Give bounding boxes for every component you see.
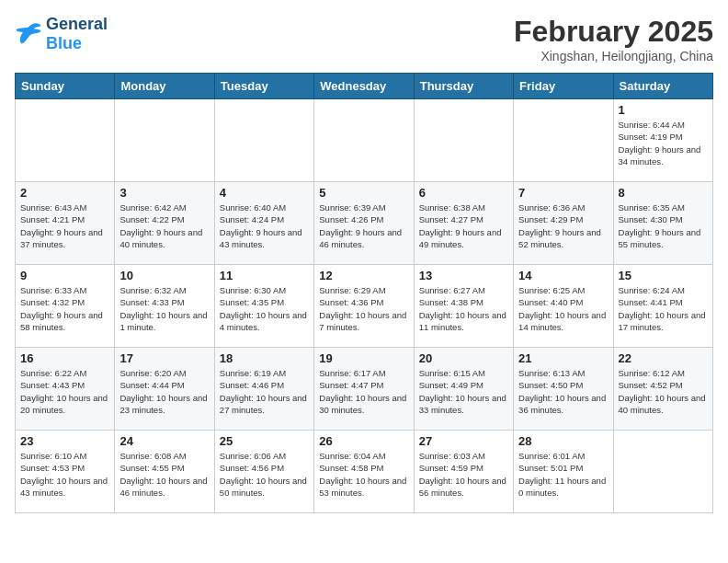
day-info: Sunrise: 6:44 AM Sunset: 4:19 PM Dayligh… bbox=[619, 119, 708, 167]
calendar-cell: 27Sunrise: 6:03 AM Sunset: 4:59 PM Dayli… bbox=[414, 431, 513, 513]
day-info: Sunrise: 6:42 AM Sunset: 4:22 PM Dayligh… bbox=[119, 201, 209, 250]
day-number: 20 bbox=[419, 351, 508, 365]
calendar-cell: 22Sunrise: 6:12 AM Sunset: 4:52 PM Dayli… bbox=[613, 348, 712, 431]
day-number: 27 bbox=[419, 434, 508, 448]
day-number: 26 bbox=[319, 434, 408, 448]
calendar-cell: 16Sunrise: 6:22 AM Sunset: 4:43 PM Dayli… bbox=[16, 348, 115, 431]
calendar-cell: 11Sunrise: 6:30 AM Sunset: 4:35 PM Dayli… bbox=[214, 265, 313, 348]
calendar-cell bbox=[16, 99, 115, 182]
day-number: 6 bbox=[419, 186, 508, 200]
day-info: Sunrise: 6:36 AM Sunset: 4:29 PM Dayligh… bbox=[518, 201, 608, 250]
calendar-cell: 28Sunrise: 6:01 AM Sunset: 5:01 PM Dayli… bbox=[514, 431, 613, 513]
day-info: Sunrise: 6:29 AM Sunset: 4:36 PM Dayligh… bbox=[319, 284, 408, 333]
calendar-week-row: 23Sunrise: 6:10 AM Sunset: 4:53 PM Dayli… bbox=[16, 431, 713, 513]
calendar-cell: 2Sunrise: 6:43 AM Sunset: 4:21 PM Daylig… bbox=[16, 182, 115, 265]
day-info: Sunrise: 6:43 AM Sunset: 4:21 PM Dayligh… bbox=[20, 201, 109, 250]
calendar-cell: 4Sunrise: 6:40 AM Sunset: 4:24 PM Daylig… bbox=[214, 182, 313, 265]
calendar-cell: 23Sunrise: 6:10 AM Sunset: 4:53 PM Dayli… bbox=[16, 431, 115, 513]
calendar-cell bbox=[214, 99, 313, 182]
day-number: 23 bbox=[20, 434, 109, 448]
day-info: Sunrise: 6:22 AM Sunset: 4:43 PM Dayligh… bbox=[20, 367, 109, 416]
day-number: 18 bbox=[220, 351, 309, 365]
calendar-week-row: 1Sunrise: 6:44 AM Sunset: 4:19 PM Daylig… bbox=[16, 99, 713, 182]
calendar-cell: 19Sunrise: 6:17 AM Sunset: 4:47 PM Dayli… bbox=[314, 348, 414, 431]
day-info: Sunrise: 6:03 AM Sunset: 4:59 PM Dayligh… bbox=[419, 450, 508, 499]
day-info: Sunrise: 6:33 AM Sunset: 4:32 PM Dayligh… bbox=[20, 284, 109, 333]
day-number: 24 bbox=[119, 434, 209, 448]
calendar-cell bbox=[314, 99, 414, 182]
weekday-header-thursday: Thursday bbox=[414, 74, 513, 99]
day-number: 3 bbox=[119, 186, 209, 200]
calendar-week-row: 2Sunrise: 6:43 AM Sunset: 4:21 PM Daylig… bbox=[16, 182, 713, 265]
calendar-cell: 15Sunrise: 6:24 AM Sunset: 4:41 PM Dayli… bbox=[613, 265, 712, 348]
logo-text: General Blue bbox=[46, 15, 108, 53]
day-info: Sunrise: 6:30 AM Sunset: 4:35 PM Dayligh… bbox=[220, 284, 309, 333]
day-info: Sunrise: 6:08 AM Sunset: 4:55 PM Dayligh… bbox=[119, 450, 209, 499]
day-number: 2 bbox=[20, 186, 109, 200]
calendar-cell: 12Sunrise: 6:29 AM Sunset: 4:36 PM Dayli… bbox=[314, 265, 414, 348]
calendar-week-row: 9Sunrise: 6:33 AM Sunset: 4:32 PM Daylig… bbox=[16, 265, 713, 348]
day-info: Sunrise: 6:20 AM Sunset: 4:44 PM Dayligh… bbox=[119, 367, 209, 416]
day-info: Sunrise: 6:38 AM Sunset: 4:27 PM Dayligh… bbox=[419, 201, 508, 250]
location-title: Xingshan, Heilongjiang, China bbox=[514, 49, 713, 63]
weekday-header-wednesday: Wednesday bbox=[314, 74, 414, 99]
day-number: 10 bbox=[119, 269, 209, 282]
logo-bird-icon bbox=[15, 21, 42, 47]
calendar-cell: 9Sunrise: 6:33 AM Sunset: 4:32 PM Daylig… bbox=[16, 265, 115, 348]
calendar-cell: 26Sunrise: 6:04 AM Sunset: 4:58 PM Dayli… bbox=[314, 431, 414, 513]
day-number: 14 bbox=[518, 269, 608, 282]
day-info: Sunrise: 6:17 AM Sunset: 4:47 PM Dayligh… bbox=[319, 367, 408, 416]
calendar-cell: 14Sunrise: 6:25 AM Sunset: 4:40 PM Dayli… bbox=[514, 265, 613, 348]
day-info: Sunrise: 6:39 AM Sunset: 4:26 PM Dayligh… bbox=[319, 201, 408, 250]
calendar-cell: 5Sunrise: 6:39 AM Sunset: 4:26 PM Daylig… bbox=[314, 182, 414, 265]
calendar-cell: 8Sunrise: 6:35 AM Sunset: 4:30 PM Daylig… bbox=[613, 182, 712, 265]
title-block: February 2025 Xingshan, Heilongjiang, Ch… bbox=[514, 15, 713, 63]
calendar-cell: 13Sunrise: 6:27 AM Sunset: 4:38 PM Dayli… bbox=[414, 265, 513, 348]
day-info: Sunrise: 6:06 AM Sunset: 4:56 PM Dayligh… bbox=[220, 450, 309, 499]
day-info: Sunrise: 6:04 AM Sunset: 4:58 PM Dayligh… bbox=[319, 450, 408, 499]
day-number: 13 bbox=[419, 269, 508, 282]
weekday-header-monday: Monday bbox=[115, 74, 214, 99]
day-number: 21 bbox=[518, 351, 608, 365]
calendar-table: SundayMondayTuesdayWednesdayThursdayFrid… bbox=[15, 73, 713, 513]
calendar-cell: 21Sunrise: 6:13 AM Sunset: 4:50 PM Dayli… bbox=[514, 348, 613, 431]
calendar-cell: 7Sunrise: 6:36 AM Sunset: 4:29 PM Daylig… bbox=[514, 182, 613, 265]
day-number: 7 bbox=[518, 186, 608, 200]
month-title: February 2025 bbox=[514, 15, 713, 49]
calendar-cell bbox=[613, 431, 712, 513]
weekday-header-sunday: Sunday bbox=[16, 74, 115, 99]
weekday-header-tuesday: Tuesday bbox=[214, 74, 313, 99]
day-number: 5 bbox=[319, 186, 408, 200]
calendar-week-row: 16Sunrise: 6:22 AM Sunset: 4:43 PM Dayli… bbox=[16, 348, 713, 431]
day-info: Sunrise: 6:01 AM Sunset: 5:01 PM Dayligh… bbox=[518, 450, 608, 499]
calendar-cell bbox=[414, 99, 513, 182]
calendar-header-row: SundayMondayTuesdayWednesdayThursdayFrid… bbox=[16, 74, 713, 99]
day-info: Sunrise: 6:13 AM Sunset: 4:50 PM Dayligh… bbox=[518, 367, 608, 416]
weekday-header-friday: Friday bbox=[514, 74, 613, 99]
day-number: 22 bbox=[619, 351, 708, 365]
day-number: 19 bbox=[319, 351, 408, 365]
day-number: 28 bbox=[518, 434, 608, 448]
calendar-cell: 24Sunrise: 6:08 AM Sunset: 4:55 PM Dayli… bbox=[115, 431, 214, 513]
calendar-cell: 10Sunrise: 6:32 AM Sunset: 4:33 PM Dayli… bbox=[115, 265, 214, 348]
day-info: Sunrise: 6:19 AM Sunset: 4:46 PM Dayligh… bbox=[220, 367, 309, 416]
day-info: Sunrise: 6:35 AM Sunset: 4:30 PM Dayligh… bbox=[619, 201, 708, 250]
day-number: 17 bbox=[119, 351, 209, 365]
day-info: Sunrise: 6:25 AM Sunset: 4:40 PM Dayligh… bbox=[518, 284, 608, 333]
day-number: 4 bbox=[220, 186, 309, 200]
day-number: 12 bbox=[319, 269, 408, 282]
day-number: 25 bbox=[220, 434, 309, 448]
day-number: 16 bbox=[20, 351, 109, 365]
day-info: Sunrise: 6:15 AM Sunset: 4:49 PM Dayligh… bbox=[419, 367, 508, 416]
weekday-header-saturday: Saturday bbox=[613, 74, 712, 99]
calendar-cell: 6Sunrise: 6:38 AM Sunset: 4:27 PM Daylig… bbox=[414, 182, 513, 265]
day-number: 8 bbox=[619, 186, 708, 200]
day-number: 1 bbox=[619, 103, 708, 117]
calendar-cell: 18Sunrise: 6:19 AM Sunset: 4:46 PM Dayli… bbox=[214, 348, 313, 431]
calendar-cell bbox=[514, 99, 613, 182]
page-header: General Blue February 2025 Xingshan, Hei… bbox=[15, 15, 713, 63]
calendar-cell: 17Sunrise: 6:20 AM Sunset: 4:44 PM Dayli… bbox=[115, 348, 214, 431]
day-info: Sunrise: 6:10 AM Sunset: 4:53 PM Dayligh… bbox=[20, 450, 109, 499]
calendar-cell: 3Sunrise: 6:42 AM Sunset: 4:22 PM Daylig… bbox=[115, 182, 214, 265]
day-info: Sunrise: 6:32 AM Sunset: 4:33 PM Dayligh… bbox=[119, 284, 209, 333]
